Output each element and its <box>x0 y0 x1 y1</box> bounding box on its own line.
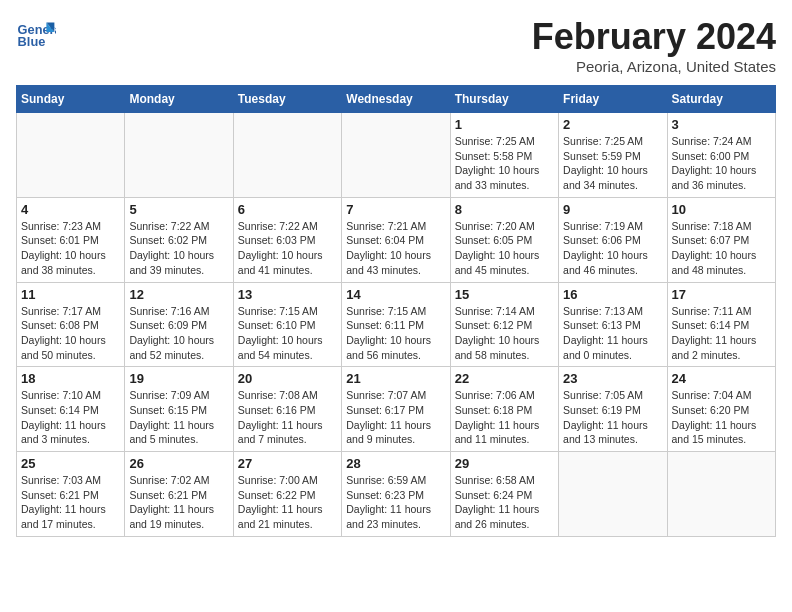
day-number: 21 <box>346 371 445 386</box>
day-number: 25 <box>21 456 120 471</box>
calendar-cell: 13Sunrise: 7:15 AM Sunset: 6:10 PM Dayli… <box>233 282 341 367</box>
page-header: General Blue February 2024 Peoria, Arizo… <box>16 16 776 75</box>
calendar-cell: 11Sunrise: 7:17 AM Sunset: 6:08 PM Dayli… <box>17 282 125 367</box>
calendar-cell: 8Sunrise: 7:20 AM Sunset: 6:05 PM Daylig… <box>450 197 558 282</box>
day-info: Sunrise: 7:09 AM Sunset: 6:15 PM Dayligh… <box>129 388 228 447</box>
day-of-week-header: Sunday <box>17 86 125 113</box>
day-info: Sunrise: 7:24 AM Sunset: 6:00 PM Dayligh… <box>672 134 771 193</box>
day-info: Sunrise: 7:22 AM Sunset: 6:03 PM Dayligh… <box>238 219 337 278</box>
day-of-week-header: Friday <box>559 86 667 113</box>
calendar-cell <box>667 452 775 537</box>
calendar-header-row: SundayMondayTuesdayWednesdayThursdayFrid… <box>17 86 776 113</box>
day-number: 23 <box>563 371 662 386</box>
day-info: Sunrise: 7:05 AM Sunset: 6:19 PM Dayligh… <box>563 388 662 447</box>
svg-text:Blue: Blue <box>18 34 46 49</box>
calendar-cell: 22Sunrise: 7:06 AM Sunset: 6:18 PM Dayli… <box>450 367 558 452</box>
day-info: Sunrise: 7:07 AM Sunset: 6:17 PM Dayligh… <box>346 388 445 447</box>
day-number: 15 <box>455 287 554 302</box>
calendar-cell <box>559 452 667 537</box>
day-info: Sunrise: 7:04 AM Sunset: 6:20 PM Dayligh… <box>672 388 771 447</box>
day-info: Sunrise: 7:22 AM Sunset: 6:02 PM Dayligh… <box>129 219 228 278</box>
day-info: Sunrise: 7:14 AM Sunset: 6:12 PM Dayligh… <box>455 304 554 363</box>
calendar-cell: 17Sunrise: 7:11 AM Sunset: 6:14 PM Dayli… <box>667 282 775 367</box>
logo: General Blue <box>16 16 60 56</box>
day-number: 16 <box>563 287 662 302</box>
day-number: 13 <box>238 287 337 302</box>
calendar-cell: 7Sunrise: 7:21 AM Sunset: 6:04 PM Daylig… <box>342 197 450 282</box>
day-number: 8 <box>455 202 554 217</box>
calendar-cell: 9Sunrise: 7:19 AM Sunset: 6:06 PM Daylig… <box>559 197 667 282</box>
day-info: Sunrise: 7:25 AM Sunset: 5:59 PM Dayligh… <box>563 134 662 193</box>
calendar-week-row: 18Sunrise: 7:10 AM Sunset: 6:14 PM Dayli… <box>17 367 776 452</box>
logo-icon: General Blue <box>16 16 56 56</box>
day-info: Sunrise: 7:23 AM Sunset: 6:01 PM Dayligh… <box>21 219 120 278</box>
title-area: February 2024 Peoria, Arizona, United St… <box>532 16 776 75</box>
day-number: 29 <box>455 456 554 471</box>
day-number: 11 <box>21 287 120 302</box>
day-info: Sunrise: 7:03 AM Sunset: 6:21 PM Dayligh… <box>21 473 120 532</box>
month-title: February 2024 <box>532 16 776 58</box>
calendar-table: SundayMondayTuesdayWednesdayThursdayFrid… <box>16 85 776 537</box>
day-of-week-header: Thursday <box>450 86 558 113</box>
day-number: 3 <box>672 117 771 132</box>
day-info: Sunrise: 7:11 AM Sunset: 6:14 PM Dayligh… <box>672 304 771 363</box>
day-number: 7 <box>346 202 445 217</box>
day-of-week-header: Tuesday <box>233 86 341 113</box>
day-info: Sunrise: 7:06 AM Sunset: 6:18 PM Dayligh… <box>455 388 554 447</box>
calendar-cell: 20Sunrise: 7:08 AM Sunset: 6:16 PM Dayli… <box>233 367 341 452</box>
day-info: Sunrise: 7:02 AM Sunset: 6:21 PM Dayligh… <box>129 473 228 532</box>
calendar-week-row: 25Sunrise: 7:03 AM Sunset: 6:21 PM Dayli… <box>17 452 776 537</box>
calendar-cell <box>342 113 450 198</box>
calendar-cell: 15Sunrise: 7:14 AM Sunset: 6:12 PM Dayli… <box>450 282 558 367</box>
day-number: 10 <box>672 202 771 217</box>
day-of-week-header: Saturday <box>667 86 775 113</box>
calendar-cell: 21Sunrise: 7:07 AM Sunset: 6:17 PM Dayli… <box>342 367 450 452</box>
day-number: 26 <box>129 456 228 471</box>
calendar-week-row: 4Sunrise: 7:23 AM Sunset: 6:01 PM Daylig… <box>17 197 776 282</box>
calendar-cell: 27Sunrise: 7:00 AM Sunset: 6:22 PM Dayli… <box>233 452 341 537</box>
day-info: Sunrise: 7:20 AM Sunset: 6:05 PM Dayligh… <box>455 219 554 278</box>
calendar-cell <box>125 113 233 198</box>
calendar-cell: 1Sunrise: 7:25 AM Sunset: 5:58 PM Daylig… <box>450 113 558 198</box>
calendar-cell: 2Sunrise: 7:25 AM Sunset: 5:59 PM Daylig… <box>559 113 667 198</box>
day-number: 20 <box>238 371 337 386</box>
day-number: 19 <box>129 371 228 386</box>
calendar-cell: 26Sunrise: 7:02 AM Sunset: 6:21 PM Dayli… <box>125 452 233 537</box>
calendar-cell: 24Sunrise: 7:04 AM Sunset: 6:20 PM Dayli… <box>667 367 775 452</box>
day-info: Sunrise: 7:15 AM Sunset: 6:11 PM Dayligh… <box>346 304 445 363</box>
day-of-week-header: Monday <box>125 86 233 113</box>
day-info: Sunrise: 7:08 AM Sunset: 6:16 PM Dayligh… <box>238 388 337 447</box>
calendar-cell: 29Sunrise: 6:58 AM Sunset: 6:24 PM Dayli… <box>450 452 558 537</box>
day-number: 12 <box>129 287 228 302</box>
day-number: 4 <box>21 202 120 217</box>
calendar-cell: 28Sunrise: 6:59 AM Sunset: 6:23 PM Dayli… <box>342 452 450 537</box>
calendar-cell: 25Sunrise: 7:03 AM Sunset: 6:21 PM Dayli… <box>17 452 125 537</box>
calendar-cell <box>17 113 125 198</box>
day-info: Sunrise: 7:25 AM Sunset: 5:58 PM Dayligh… <box>455 134 554 193</box>
day-number: 17 <box>672 287 771 302</box>
calendar-cell: 23Sunrise: 7:05 AM Sunset: 6:19 PM Dayli… <box>559 367 667 452</box>
day-info: Sunrise: 7:16 AM Sunset: 6:09 PM Dayligh… <box>129 304 228 363</box>
calendar-cell: 18Sunrise: 7:10 AM Sunset: 6:14 PM Dayli… <box>17 367 125 452</box>
day-number: 18 <box>21 371 120 386</box>
day-number: 6 <box>238 202 337 217</box>
day-info: Sunrise: 6:58 AM Sunset: 6:24 PM Dayligh… <box>455 473 554 532</box>
day-info: Sunrise: 7:21 AM Sunset: 6:04 PM Dayligh… <box>346 219 445 278</box>
day-info: Sunrise: 7:15 AM Sunset: 6:10 PM Dayligh… <box>238 304 337 363</box>
day-number: 5 <box>129 202 228 217</box>
day-number: 1 <box>455 117 554 132</box>
day-info: Sunrise: 7:18 AM Sunset: 6:07 PM Dayligh… <box>672 219 771 278</box>
calendar-week-row: 1Sunrise: 7:25 AM Sunset: 5:58 PM Daylig… <box>17 113 776 198</box>
day-info: Sunrise: 7:17 AM Sunset: 6:08 PM Dayligh… <box>21 304 120 363</box>
day-info: Sunrise: 7:19 AM Sunset: 6:06 PM Dayligh… <box>563 219 662 278</box>
day-number: 9 <box>563 202 662 217</box>
day-number: 14 <box>346 287 445 302</box>
day-info: Sunrise: 7:10 AM Sunset: 6:14 PM Dayligh… <box>21 388 120 447</box>
calendar-cell: 5Sunrise: 7:22 AM Sunset: 6:02 PM Daylig… <box>125 197 233 282</box>
calendar-cell: 16Sunrise: 7:13 AM Sunset: 6:13 PM Dayli… <box>559 282 667 367</box>
calendar-cell: 10Sunrise: 7:18 AM Sunset: 6:07 PM Dayli… <box>667 197 775 282</box>
day-number: 28 <box>346 456 445 471</box>
calendar-cell: 3Sunrise: 7:24 AM Sunset: 6:00 PM Daylig… <box>667 113 775 198</box>
calendar-cell <box>233 113 341 198</box>
day-number: 2 <box>563 117 662 132</box>
